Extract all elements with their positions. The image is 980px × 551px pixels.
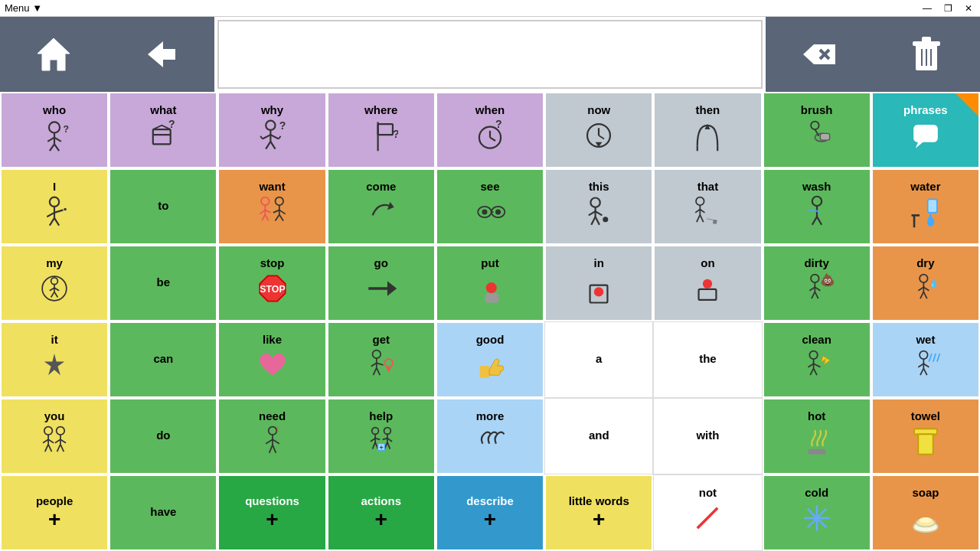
cell-icon-this xyxy=(582,195,616,233)
svg-line-153 xyxy=(933,354,936,362)
cell-with[interactable]: with xyxy=(653,398,762,474)
cell-be[interactable]: be xyxy=(109,245,217,321)
cell-go[interactable]: go xyxy=(327,245,436,321)
cell-where[interactable]: where? xyxy=(327,92,436,168)
cell-in[interactable]: in xyxy=(544,245,653,321)
svg-point-146 xyxy=(920,350,928,359)
cell-icon-come xyxy=(364,195,398,233)
svg-point-22 xyxy=(266,120,275,129)
cell-want[interactable]: want xyxy=(217,168,326,245)
cell-icon-cold xyxy=(800,501,834,539)
svg-line-25 xyxy=(260,136,263,139)
cell-label-it: it xyxy=(51,334,58,347)
cell-label-see: see xyxy=(480,181,499,194)
cell-get[interactable]: get xyxy=(327,321,436,398)
svg-line-149 xyxy=(923,364,929,367)
cell-a[interactable]: a xyxy=(544,321,653,398)
cell-icon-why: ? xyxy=(256,119,289,156)
cell-more[interactable]: more xyxy=(436,398,544,474)
cell-like[interactable]: like xyxy=(217,321,326,398)
cell-questions[interactable]: questions+ xyxy=(217,474,326,551)
cell-why[interactable]: why? xyxy=(217,92,326,168)
cell-clean[interactable]: clean xyxy=(763,321,871,398)
cell-you[interactable]: you xyxy=(0,398,109,474)
svg-text:STOP: STOP xyxy=(260,284,285,295)
cell-have[interactable]: have xyxy=(109,474,217,551)
cell-and[interactable]: and xyxy=(544,398,653,474)
cell-I[interactable]: I xyxy=(0,168,109,245)
svg-rect-48 xyxy=(820,133,829,140)
svg-point-136 xyxy=(384,359,393,367)
svg-point-72 xyxy=(482,209,487,214)
cell-come[interactable]: come xyxy=(327,168,436,245)
cell-to[interactable]: to xyxy=(109,168,217,245)
cell-can[interactable]: can xyxy=(109,321,217,398)
cell-towel[interactable]: towel xyxy=(871,398,980,474)
svg-line-150 xyxy=(920,368,923,375)
cell-label-now: now xyxy=(587,104,610,117)
cell-dry[interactable]: dry💧 xyxy=(871,245,980,321)
cell-do[interactable]: do xyxy=(109,398,217,474)
cell-now[interactable]: now xyxy=(544,92,653,168)
cell-brush[interactable]: brush xyxy=(763,92,871,168)
cell-label-go: go xyxy=(374,257,388,270)
restore-button[interactable]: ❐ xyxy=(941,3,956,14)
back-icon xyxy=(140,34,181,75)
cell-it[interactable]: it xyxy=(0,321,109,398)
minimize-button[interactable]: — xyxy=(920,3,935,14)
cell-label-on: on xyxy=(701,257,714,270)
svg-line-160 xyxy=(48,444,51,452)
cell-describe[interactable]: describe+ xyxy=(436,474,544,551)
cell-label-that: that xyxy=(697,181,719,194)
cell-actions[interactable]: actions+ xyxy=(327,474,436,551)
corner-triangle-phrases xyxy=(956,93,978,116)
cell-that[interactable]: that xyxy=(653,168,762,245)
cell-this[interactable]: this xyxy=(544,168,653,245)
cell-on[interactable]: on xyxy=(653,245,762,321)
cell-see[interactable]: see xyxy=(436,168,544,245)
cell-when[interactable]: when? xyxy=(436,92,544,168)
cell-who[interactable]: who? xyxy=(0,92,109,168)
cell-my[interactable]: my xyxy=(0,245,109,321)
cell-label-wet: wet xyxy=(916,334,935,347)
cell-dirty[interactable]: dirty💩 xyxy=(763,245,871,321)
home-button[interactable] xyxy=(0,17,107,92)
cell-help[interactable]: help+ xyxy=(327,398,436,474)
cell-soap[interactable]: soap xyxy=(871,474,980,551)
backspace-button[interactable] xyxy=(766,17,873,92)
cell-not[interactable]: not xyxy=(653,474,762,551)
cell-icon-like xyxy=(256,348,289,386)
cell-label-come: come xyxy=(366,181,396,194)
cell-stop[interactable]: stopSTOP xyxy=(217,245,326,321)
cell-what[interactable]: what? xyxy=(109,92,217,168)
svg-marker-1 xyxy=(148,41,175,67)
cell-cold[interactable]: cold xyxy=(763,474,871,551)
svg-line-119 xyxy=(812,292,815,298)
cell-people[interactable]: people+ xyxy=(0,474,109,551)
text-input[interactable] xyxy=(225,46,755,64)
cell-phrases[interactable]: phrases xyxy=(871,92,980,168)
cell-then[interactable]: then xyxy=(653,92,762,168)
cell-the[interactable]: the xyxy=(653,321,762,398)
cell-label-to: to xyxy=(158,200,168,213)
cell-label-with: with xyxy=(696,429,719,442)
text-input-area[interactable] xyxy=(217,20,763,89)
cell-label-get: get xyxy=(373,334,390,347)
cell-good[interactable]: good xyxy=(436,321,544,398)
cell-littlewords[interactable]: little words+ xyxy=(544,474,653,551)
cell-put[interactable]: put xyxy=(436,245,544,321)
back-button[interactable] xyxy=(107,17,214,92)
svg-line-135 xyxy=(377,367,380,375)
cell-icon-that xyxy=(691,195,724,233)
clear-button[interactable] xyxy=(873,17,980,92)
close-button[interactable]: ✕ xyxy=(962,3,975,14)
cell-label-who: who xyxy=(43,104,66,117)
cell-water[interactable]: water xyxy=(871,168,980,245)
cell-need[interactable]: need↓ xyxy=(217,398,326,474)
svg-rect-7 xyxy=(922,37,931,43)
menu-label[interactable]: Menu ▼ xyxy=(5,2,42,14)
cell-hot[interactable]: hot xyxy=(763,398,871,474)
svg-point-109 xyxy=(486,282,497,293)
cell-wash[interactable]: wash xyxy=(763,168,871,245)
cell-wet[interactable]: wet xyxy=(871,321,980,398)
